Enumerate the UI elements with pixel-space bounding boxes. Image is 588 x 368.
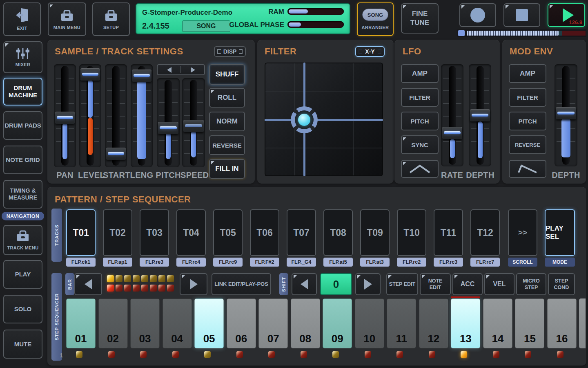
step-button-08[interactable]: 08 xyxy=(291,298,320,348)
setup-button[interactable]: SETUP xyxy=(92,2,130,36)
track-button-t07[interactable]: T07 xyxy=(287,209,316,256)
step-button-11[interactable]: 11 xyxy=(387,298,416,348)
sidebar-item-play[interactable]: PLAY xyxy=(3,260,42,289)
env-filter-button[interactable]: FILTER xyxy=(509,88,546,107)
slider-handle[interactable] xyxy=(470,109,490,121)
song-position-bar[interactable] xyxy=(457,29,586,37)
stop-button[interactable] xyxy=(503,3,540,27)
sidebar-item-timing-measure[interactable]: TIMING & MEASURE xyxy=(3,180,42,209)
step-edit-button[interactable]: STEP EDIT xyxy=(386,273,418,295)
slider-handle[interactable] xyxy=(158,122,178,134)
step-button-04[interactable]: 04 xyxy=(163,298,192,348)
length-slider[interactable] xyxy=(131,64,153,167)
lfo-sync-button[interactable]: SYNC xyxy=(401,135,439,154)
track-button-t09[interactable]: T09 xyxy=(360,209,390,256)
filter-xy-pad[interactable] xyxy=(265,63,383,176)
disp-button[interactable]: DISP xyxy=(214,46,246,57)
env-amp-button[interactable]: AMP xyxy=(509,64,546,83)
track-button-t03[interactable]: T03 xyxy=(140,209,169,256)
fine-tune-button[interactable]: FINE TUNE xyxy=(401,3,439,34)
sidebar-item-solo[interactable]: SOLO xyxy=(3,295,42,323)
env-depth-slider[interactable] xyxy=(555,64,577,166)
velocity-button[interactable]: VEL xyxy=(484,273,514,295)
shift-value-display[interactable]: 0 xyxy=(320,273,352,295)
sidebar-item-drum-machine[interactable]: DRUM MACHINE xyxy=(3,78,42,105)
shuffle-button[interactable]: SHUFF xyxy=(209,64,245,85)
xy-mode-button[interactable]: X-Y xyxy=(355,46,385,57)
tracks-scroll-button[interactable]: >> xyxy=(508,209,537,256)
xy-puck[interactable] xyxy=(291,106,318,133)
song-arranger-button[interactable]: SONG ARRANGER xyxy=(357,2,394,36)
lfo-waveform-button[interactable] xyxy=(401,160,439,178)
step-button-05[interactable]: 05 xyxy=(194,298,224,348)
track-button-t08[interactable]: T08 xyxy=(323,209,353,256)
shift-left-button[interactable] xyxy=(292,273,317,295)
env-reverse-button[interactable]: REVERSE xyxy=(509,135,546,154)
track-button-t06[interactable]: T06 xyxy=(250,209,279,256)
pan-slider[interactable] xyxy=(54,64,76,167)
track-button-t05[interactable]: T05 xyxy=(213,209,243,256)
slider-handle[interactable] xyxy=(183,120,204,132)
step-button-09[interactable]: 09 xyxy=(323,298,352,348)
prev-sample-arrow[interactable] xyxy=(158,65,180,74)
step-button-03[interactable]: 03 xyxy=(130,298,160,348)
lfo-rate-slider[interactable] xyxy=(441,64,463,166)
play-sel-mode-button[interactable]: PLAY SEL xyxy=(545,209,575,256)
reverse-button[interactable]: REVERSE xyxy=(209,135,245,155)
step-cond-button[interactable]: STEP COND xyxy=(548,273,575,295)
fill-in-button[interactable]: FILL IN xyxy=(209,159,245,179)
sidebar-item-mixer[interactable]: MIXER xyxy=(3,41,42,73)
sidebar-item-drum-pads[interactable]: DRUM PADS xyxy=(3,111,42,140)
step-button-16[interactable]: 16 xyxy=(547,298,577,348)
track-button-t12[interactable]: T12 xyxy=(470,209,500,256)
pitch-slider[interactable] xyxy=(157,78,180,167)
slider-handle[interactable] xyxy=(55,112,75,124)
link-edit-playpos-button[interactable]: LINK EDIT/PLAY-POS xyxy=(212,273,271,295)
lfo-amp-button[interactable]: AMP xyxy=(401,64,439,83)
slider-handle[interactable] xyxy=(556,107,576,119)
position-knob[interactable] xyxy=(458,30,465,36)
play-button[interactable]: 126.9 xyxy=(548,3,585,27)
step-button-01[interactable]: 01 xyxy=(66,298,96,348)
level-slider[interactable] xyxy=(79,64,101,167)
step-button-02[interactable]: 02 xyxy=(98,298,128,348)
step-button-10[interactable]: 10 xyxy=(355,298,384,348)
step-button-12[interactable]: 12 xyxy=(419,298,448,348)
lfo-pitch-button[interactable]: PITCH xyxy=(401,112,439,130)
exit-button[interactable]: EXIT xyxy=(3,2,41,36)
track-button-t11[interactable]: T11 xyxy=(434,209,463,256)
sidebar-item-note-grid[interactable]: NOTE GRID xyxy=(3,146,42,174)
slider-handle[interactable] xyxy=(80,68,100,81)
roll-button[interactable]: ROLL xyxy=(209,88,245,108)
track-button-t02[interactable]: T02 xyxy=(103,209,132,256)
track-button-t01[interactable]: T01 xyxy=(66,209,96,256)
record-button[interactable] xyxy=(459,3,496,27)
env-pitch-button[interactable]: PITCH xyxy=(509,112,546,130)
lfo-depth-slider[interactable] xyxy=(469,64,491,166)
micro-step-button[interactable]: MICRO STEP xyxy=(516,273,546,295)
song-mode-indicator[interactable]: SONG xyxy=(182,20,230,32)
step-button-14[interactable]: 14 xyxy=(483,298,512,348)
bar-prev-button[interactable] xyxy=(74,273,102,295)
slider-handle[interactable] xyxy=(442,127,462,139)
step-button-13[interactable]: 13 xyxy=(451,298,480,348)
step-button-07[interactable]: 07 xyxy=(258,298,288,348)
shift-right-button[interactable] xyxy=(355,273,381,295)
slider-handle[interactable] xyxy=(106,148,126,160)
sidebar-item-mute[interactable]: MUTE xyxy=(3,330,42,359)
sidebar-item-track-menu[interactable]: TRACK MENU xyxy=(3,225,42,255)
step-button-06[interactable]: 06 xyxy=(227,298,256,348)
start-slider[interactable] xyxy=(105,64,127,167)
slider-handle[interactable] xyxy=(132,70,151,82)
track-button-t04[interactable]: T04 xyxy=(176,209,206,256)
note-edit-button[interactable]: NOTE EDIT xyxy=(420,273,451,295)
next-sample-arrow[interactable] xyxy=(181,65,204,74)
bar-next-button[interactable] xyxy=(180,273,207,295)
track-button-t10[interactable]: T10 xyxy=(397,209,426,256)
step-button-15[interactable]: 15 xyxy=(515,298,544,348)
normalize-button[interactable]: NORM xyxy=(209,112,245,131)
accent-button[interactable]: ACC xyxy=(452,273,483,295)
env-shape-button[interactable] xyxy=(509,160,546,178)
main-menu-button[interactable]: MAIN MENU xyxy=(48,2,86,36)
speed-slider[interactable] xyxy=(182,78,205,167)
